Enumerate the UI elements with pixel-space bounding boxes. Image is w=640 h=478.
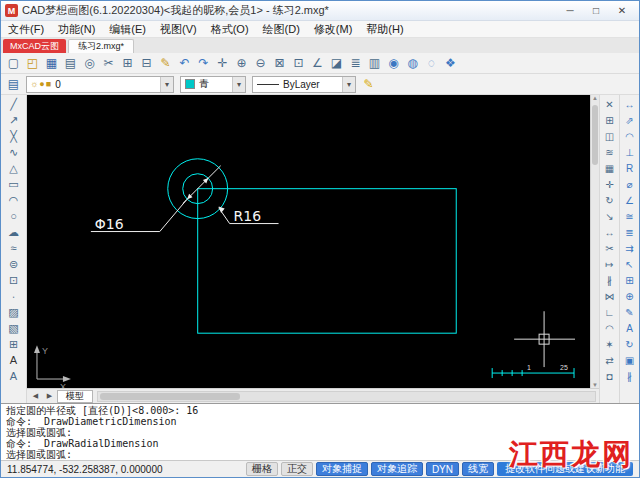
fillet-icon[interactable]: ◠ bbox=[601, 320, 619, 336]
menu-item[interactable]: 编辑(E) bbox=[102, 21, 153, 37]
block-insert-tool-icon[interactable]: ⊡ bbox=[4, 272, 24, 288]
zoom-window-icon[interactable]: ⊡ bbox=[289, 54, 308, 73]
menu-item[interactable]: 帮助(H) bbox=[359, 21, 410, 37]
scroll-up-icon[interactable]: ▲ bbox=[592, 95, 598, 101]
osnap-toggle[interactable]: 对象捕捉 bbox=[316, 462, 368, 476]
vertical-scrollbar[interactable]: ▲ ▼ bbox=[590, 95, 599, 388]
dim-style-icon[interactable]: ▣ bbox=[621, 352, 639, 368]
minimize-button[interactable]: ─ bbox=[557, 2, 583, 19]
color-dropdown[interactable]: 青 ▾ bbox=[180, 76, 246, 93]
menu-item[interactable]: 绘图(D) bbox=[256, 21, 307, 37]
revision-cloud-tool-icon[interactable]: ☁ bbox=[4, 224, 24, 240]
properties-icon[interactable]: ▥ bbox=[365, 54, 384, 73]
align-icon[interactable]: ⇄ bbox=[601, 352, 619, 368]
open-file-icon[interactable]: ◰ bbox=[23, 54, 42, 73]
menu-item[interactable]: 功能(N) bbox=[51, 21, 102, 37]
construction-line-tool-icon[interactable]: ╳ bbox=[4, 128, 24, 144]
dim-quick-icon[interactable]: ≅ bbox=[621, 208, 639, 224]
dim-break-icon[interactable]: ∦ bbox=[621, 368, 639, 384]
hatch-tool-icon[interactable]: ▨ bbox=[4, 304, 24, 320]
dim-edit-icon[interactable]: ✎ bbox=[621, 304, 639, 320]
table-tool-icon[interactable]: ⊞ bbox=[4, 336, 24, 352]
cloud-download-icon[interactable]: ◌ bbox=[422, 54, 441, 73]
dyn-toggle[interactable]: DYN bbox=[426, 462, 459, 476]
mirror-icon[interactable]: ◫ bbox=[601, 128, 619, 144]
cut-icon[interactable]: ✂ bbox=[99, 54, 118, 73]
join-icon[interactable]: ⋈ bbox=[601, 288, 619, 304]
dim-arc-length-icon[interactable]: ◠ bbox=[621, 128, 639, 144]
dim-angular-icon[interactable]: ∠ bbox=[621, 192, 639, 208]
menu-item[interactable]: 格式(O) bbox=[204, 21, 256, 37]
explode-icon[interactable]: ✶ bbox=[601, 336, 619, 352]
document-tab[interactable]: 练习2.mxg* bbox=[68, 39, 134, 53]
print-preview-icon[interactable]: ◎ bbox=[80, 54, 99, 73]
copy-icon[interactable]: ⊞ bbox=[118, 54, 137, 73]
dim-update-icon[interactable]: ↻ bbox=[621, 336, 639, 352]
spline-tool-icon[interactable]: ≈ bbox=[4, 240, 24, 256]
circle-tool-icon[interactable]: ○ bbox=[4, 208, 24, 224]
dim-aligned-icon[interactable]: ⇗ bbox=[621, 112, 639, 128]
feedback-link[interactable]: 提改软件问题或建议新功能 bbox=[497, 462, 633, 476]
layout-next-icon[interactable]: ▶ bbox=[43, 390, 56, 403]
grid-toggle[interactable]: 栅格 bbox=[246, 462, 278, 476]
match-properties-icon[interactable]: ✎ bbox=[359, 75, 378, 94]
menu-item[interactable]: 视图(V) bbox=[153, 21, 204, 37]
menu-item[interactable]: 文件(F) bbox=[1, 21, 51, 37]
offset-icon[interactable]: ≋ bbox=[601, 144, 619, 160]
radius-dimension[interactable]: R16 bbox=[219, 207, 279, 224]
zoom-in-icon[interactable]: ⊕ bbox=[232, 54, 251, 73]
gradient-tool-icon[interactable]: ▧ bbox=[4, 320, 24, 336]
dim-diameter-icon[interactable]: ⌀ bbox=[621, 176, 639, 192]
measure-icon[interactable]: ∠ bbox=[308, 54, 327, 73]
plot-icon[interactable]: ▤ bbox=[61, 54, 80, 73]
leader-icon[interactable]: ↖ bbox=[621, 256, 639, 272]
cloud-share-icon[interactable]: ◉ bbox=[384, 54, 403, 73]
new-file-icon[interactable]: ▢ bbox=[4, 54, 23, 73]
scale-ruler-entity[interactable]: 1 25 bbox=[492, 364, 574, 378]
chamfer-icon[interactable]: ∟ bbox=[601, 304, 619, 320]
stretch-icon[interactable]: ↔ bbox=[601, 224, 619, 240]
layer-dropdown[interactable]: ☼●■ 0 ▾ bbox=[26, 76, 174, 93]
line-tool-icon[interactable]: ╱ bbox=[4, 96, 24, 112]
scroll-down-icon[interactable]: ▼ bbox=[592, 382, 598, 388]
dim-ordinate-icon[interactable]: ⊥ bbox=[621, 144, 639, 160]
zoom-out-icon[interactable]: ⊖ bbox=[251, 54, 270, 73]
format-painter-icon[interactable]: ✎ bbox=[156, 54, 175, 73]
fullscreen-icon[interactable]: ❖ bbox=[441, 54, 460, 73]
text-tool-icon[interactable]: A bbox=[4, 352, 24, 368]
model-tab[interactable]: 模型 bbox=[57, 390, 93, 403]
erase-entity-icon[interactable]: ✕ bbox=[601, 96, 619, 112]
layout-prev-icon[interactable]: ◀ bbox=[29, 390, 42, 403]
redo-icon[interactable]: ↷ bbox=[194, 54, 213, 73]
command-line-window[interactable]: 指定圆的半径或 [直径(D)]<8.000>: 16命令: _DrawDiame… bbox=[1, 403, 639, 460]
array-icon[interactable]: ▦ bbox=[601, 160, 619, 176]
chevron-down-icon[interactable]: ▾ bbox=[342, 77, 355, 92]
arc-tool-icon[interactable]: ◠ bbox=[4, 192, 24, 208]
ortho-toggle[interactable]: 正交 bbox=[281, 462, 313, 476]
save-file-icon[interactable]: ▦ bbox=[42, 54, 61, 73]
break-icon[interactable]: ∦ bbox=[601, 272, 619, 288]
maximize-button[interactable]: □ bbox=[583, 2, 609, 19]
mtext-tool-icon[interactable]: A bbox=[4, 368, 24, 384]
layer-manager-icon[interactable]: ▤ bbox=[4, 75, 23, 94]
mxcad-cloud-badge[interactable]: MxCAD云图 bbox=[3, 39, 66, 53]
drawing-canvas[interactable]: Φ16 R16 bbox=[27, 95, 590, 388]
linetype-dropdown[interactable]: ByLayer ▾ bbox=[252, 76, 356, 93]
horizontal-scrollbar[interactable] bbox=[97, 391, 596, 402]
dim-text-edit-icon[interactable]: A bbox=[621, 320, 639, 336]
group-icon[interactable]: ◘ bbox=[601, 368, 619, 384]
zoom-extents-icon[interactable]: ⊠ bbox=[270, 54, 289, 73]
trim-icon[interactable]: ✂ bbox=[601, 240, 619, 256]
rectangle-tool-icon[interactable]: ▭ bbox=[4, 176, 24, 192]
scale-icon[interactable]: ↘ bbox=[601, 208, 619, 224]
horizontal-scroll-thumb[interactable] bbox=[100, 393, 240, 400]
dim-radius-icon[interactable]: R bbox=[621, 160, 639, 176]
ellipse-tool-icon[interactable]: ⊜ bbox=[4, 256, 24, 272]
lineweight-toggle[interactable]: 线宽 bbox=[462, 462, 494, 476]
vertical-scroll-thumb[interactable] bbox=[592, 105, 598, 165]
pan-icon[interactable]: ✛ bbox=[213, 54, 232, 73]
center-mark-icon[interactable]: ⊕ bbox=[621, 288, 639, 304]
chevron-down-icon[interactable]: ▾ bbox=[160, 77, 173, 92]
point-tool-icon[interactable]: ∙ bbox=[4, 288, 24, 304]
erase-icon[interactable]: ◪ bbox=[327, 54, 346, 73]
